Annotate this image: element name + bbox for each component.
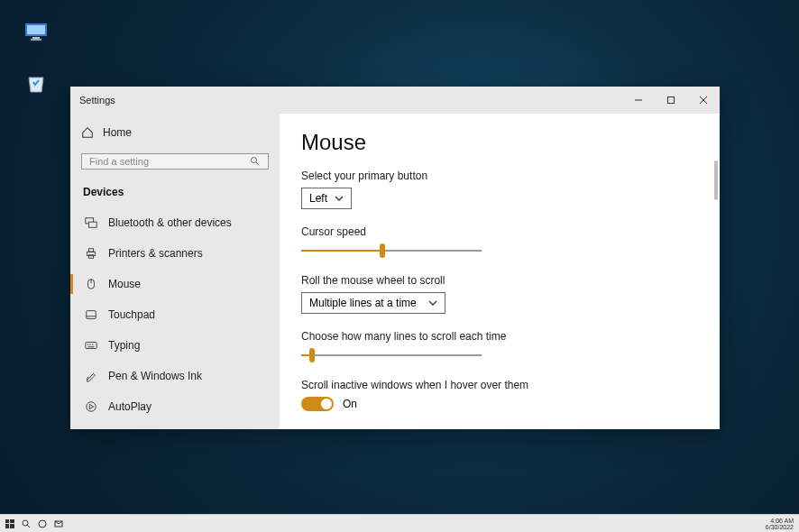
- sidebar-item-typing[interactable]: Typing: [70, 330, 280, 361]
- sidebar-item-touchpad[interactable]: Touchpad: [70, 299, 280, 330]
- keyboard-icon: [85, 339, 97, 352]
- sidebar-item-printers[interactable]: Printers & scanners: [70, 238, 280, 269]
- touchpad-icon: [85, 308, 97, 321]
- svg-rect-11: [88, 222, 96, 227]
- svg-point-24: [87, 402, 96, 412]
- minimize-button[interactable]: [622, 87, 655, 114]
- search-placeholder: Find a setting: [89, 156, 149, 167]
- window-controls: [622, 87, 720, 114]
- settings-window: Settings Home Find a setting Devices Blu…: [70, 87, 720, 429]
- sidebar-item-label: AutoPlay: [108, 400, 152, 413]
- desktop-icon-this-pc[interactable]: [18, 18, 54, 47]
- sidebar-section-label: Devices: [70, 179, 280, 207]
- scrollbar[interactable]: [714, 161, 718, 200]
- wheel-scroll-dropdown[interactable]: Multiple lines at a time: [301, 292, 445, 314]
- mail-icon[interactable]: [54, 519, 63, 528]
- task-view-icon[interactable]: [38, 519, 47, 528]
- scroll-inactive-label: Scroll inactive windows when I hover ove…: [301, 379, 703, 391]
- taskbar-date: 6/30/2022: [766, 524, 794, 530]
- lines-to-scroll-slider[interactable]: [301, 348, 482, 362]
- taskbar-time: 4:06 AM: [766, 518, 794, 524]
- search-icon: [250, 156, 261, 167]
- taskbar-clock[interactable]: 4:06 AM 6/30/2022: [766, 518, 794, 530]
- content-pane: Mouse Select your primary button Left Cu…: [280, 114, 720, 429]
- titlebar[interactable]: Settings: [70, 87, 720, 114]
- svg-rect-26: [10, 519, 14, 523]
- svg-rect-3: [31, 39, 41, 41]
- sidebar-item-autoplay[interactable]: AutoPlay: [70, 391, 280, 422]
- maximize-button[interactable]: [655, 87, 687, 114]
- svg-line-30: [27, 525, 30, 527]
- bluetooth-devices-icon: [85, 216, 97, 229]
- primary-button-dropdown[interactable]: Left: [301, 188, 352, 209]
- search-input[interactable]: Find a setting: [81, 153, 269, 170]
- printer-icon: [85, 247, 97, 260]
- close-button[interactable]: [687, 87, 720, 114]
- svg-point-31: [39, 520, 46, 527]
- sidebar-item-label: Bluetooth & other devices: [108, 216, 232, 229]
- taskbar[interactable]: 4:06 AM 6/30/2022: [0, 514, 799, 532]
- monitor-icon: [22, 18, 51, 47]
- chevron-down-icon: [335, 194, 344, 203]
- sidebar: Home Find a setting Devices Bluetooth & …: [70, 114, 280, 429]
- svg-rect-2: [32, 37, 40, 39]
- lines-to-scroll-label: Choose how many lines to scroll each tim…: [301, 330, 703, 343]
- sidebar-home-label: Home: [103, 126, 132, 139]
- wheel-scroll-label: Roll the mouse wheel to scroll: [301, 274, 703, 287]
- page-title: Mouse: [301, 130, 703, 155]
- sidebar-item-label: Printers & scanners: [108, 247, 203, 260]
- wheel-scroll-setting: Roll the mouse wheel to scroll Multiple …: [301, 274, 703, 314]
- pen-icon: [85, 370, 97, 382]
- svg-rect-25: [5, 519, 9, 523]
- mouse-icon: [85, 278, 97, 290]
- svg-point-8: [252, 158, 257, 163]
- cursor-speed-slider[interactable]: [301, 243, 482, 258]
- primary-button-label: Select your primary button: [301, 170, 703, 182]
- desktop-icon-recycle-bin[interactable]: [18, 69, 54, 97]
- start-icon[interactable]: [5, 519, 14, 528]
- svg-rect-17: [87, 311, 96, 319]
- cursor-speed-label: Cursor speed: [301, 225, 703, 238]
- scroll-inactive-state: On: [343, 398, 357, 410]
- sidebar-item-pen[interactable]: Pen & Windows Ink: [70, 361, 280, 391]
- taskbar-search-icon[interactable]: [22, 519, 31, 528]
- sidebar-item-label: Mouse: [108, 278, 141, 290]
- svg-rect-13: [88, 249, 93, 252]
- window-title: Settings: [79, 95, 115, 105]
- svg-rect-5: [668, 97, 675, 104]
- recycle-bin-icon: [22, 69, 51, 97]
- svg-rect-1: [27, 25, 45, 34]
- sidebar-item-label: Pen & Windows Ink: [108, 370, 202, 382]
- primary-button-value: Left: [309, 192, 327, 205]
- wheel-scroll-value: Multiple lines at a time: [309, 297, 417, 309]
- home-icon: [81, 126, 94, 139]
- scroll-inactive-setting: Scroll inactive windows when I hover ove…: [301, 379, 703, 411]
- svg-rect-19: [86, 343, 96, 349]
- lines-to-scroll-setting: Choose how many lines to scroll each tim…: [301, 330, 703, 362]
- scroll-inactive-toggle[interactable]: [301, 397, 334, 411]
- autoplay-icon: [85, 400, 97, 413]
- chevron-down-icon: [428, 298, 437, 307]
- sidebar-item-mouse[interactable]: Mouse: [70, 269, 280, 299]
- svg-rect-28: [10, 524, 14, 528]
- sidebar-item-label: Typing: [108, 339, 140, 352]
- svg-rect-27: [5, 524, 9, 528]
- svg-line-9: [256, 162, 259, 165]
- sidebar-item-bluetooth[interactable]: Bluetooth & other devices: [70, 207, 280, 238]
- primary-button-setting: Select your primary button Left: [301, 170, 703, 209]
- sidebar-home[interactable]: Home: [70, 121, 280, 144]
- cursor-speed-setting: Cursor speed: [301, 225, 703, 258]
- sidebar-item-label: Touchpad: [108, 308, 155, 321]
